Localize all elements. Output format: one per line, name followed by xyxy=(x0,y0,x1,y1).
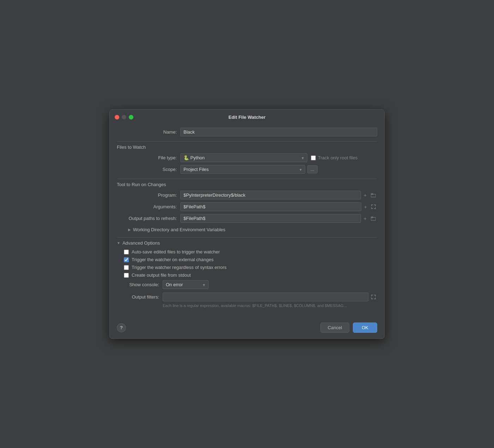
output-filters-expand-button[interactable] xyxy=(370,294,377,300)
name-label: Name: xyxy=(117,129,180,135)
name-row: Name: xyxy=(117,128,377,136)
maximize-button[interactable] xyxy=(129,115,133,119)
working-dir-arrow-icon: ▶ xyxy=(128,228,131,232)
trigger-syntax-label: Trigger the watcher regardless of syntax… xyxy=(132,265,227,270)
cancel-button[interactable]: Cancel xyxy=(320,323,349,333)
program-row: Program: + xyxy=(117,191,377,200)
advanced-options-section: ▼ Advanced Options Auto-save edited file… xyxy=(117,237,377,308)
files-to-watch-header: Files to Watch xyxy=(117,141,377,150)
advanced-options-arrow-icon: ▼ xyxy=(117,241,120,245)
arguments-expand-button[interactable] xyxy=(370,204,377,210)
trigger-external-checkbox[interactable] xyxy=(124,257,129,262)
tool-to-run-section: Tool to Run on Changes Program: + xyxy=(117,179,377,234)
output-paths-add-button[interactable]: + xyxy=(362,215,368,222)
track-root-wrapper: Track only root files xyxy=(311,155,357,160)
auto-save-checkbox[interactable] xyxy=(124,250,129,254)
file-type-select-wrapper: 🐍 Python ▼ xyxy=(180,153,307,162)
scope-row: Scope: Project Files ▼ ... xyxy=(117,165,377,174)
file-type-select[interactable]: 🐍 Python xyxy=(180,153,307,162)
output-paths-input-wrapper: + xyxy=(180,214,377,223)
scope-browse-button[interactable]: ... xyxy=(307,165,318,173)
output-filters-input[interactable] xyxy=(163,293,368,301)
ok-button[interactable]: OK xyxy=(353,323,377,333)
dialog-body: Name: Files to Watch File type: 🐍 Python… xyxy=(110,123,384,319)
show-console-select-wrapper: On error Always Never ▼ xyxy=(163,280,209,289)
show-console-row: Show console: On error Always Never ▼ xyxy=(117,280,377,289)
file-type-row: File type: 🐍 Python ▼ Track only root fi… xyxy=(117,153,377,162)
dialog-title: Edit File Watcher xyxy=(115,115,379,120)
output-filters-input-wrapper xyxy=(163,293,377,301)
trigger-syntax-checkbox[interactable] xyxy=(124,265,129,270)
title-bar: Edit File Watcher xyxy=(110,110,384,123)
track-root-checkbox[interactable] xyxy=(311,155,316,160)
output-paths-browse-button[interactable] xyxy=(369,216,377,221)
name-input[interactable] xyxy=(180,128,377,136)
file-type-right: 🐍 Python ▼ Track only root files xyxy=(180,153,377,162)
output-filters-hint: Each line is a regular expression, avail… xyxy=(163,303,377,308)
close-button[interactable] xyxy=(115,115,119,119)
output-filters-label: Output filters: xyxy=(117,294,163,300)
create-output-row: Create output file from stdout xyxy=(124,272,377,278)
create-output-checkbox[interactable] xyxy=(124,273,129,278)
show-console-select[interactable]: On error Always Never xyxy=(163,280,209,289)
program-add-button[interactable]: + xyxy=(362,192,368,199)
advanced-options-label: Advanced Options xyxy=(122,240,160,246)
auto-save-label: Auto-save edited files to trigger the wa… xyxy=(132,249,220,254)
dialog-footer: ? Cancel OK xyxy=(110,319,384,338)
show-console-label: Show console: xyxy=(117,282,163,287)
help-button[interactable]: ? xyxy=(117,323,126,332)
program-label: Program: xyxy=(117,192,180,198)
scope-right: Project Files ▼ ... xyxy=(180,165,377,174)
program-input-wrapper: + xyxy=(180,191,377,200)
edit-file-watcher-dialog: Edit File Watcher Name: Files to Watch F… xyxy=(109,109,385,339)
auto-save-row: Auto-save edited files to trigger the wa… xyxy=(124,249,377,254)
output-paths-input[interactable] xyxy=(180,214,361,223)
arguments-label: Arguments: xyxy=(117,204,180,209)
arguments-row: Arguments: + xyxy=(117,202,377,211)
program-browse-button[interactable] xyxy=(369,192,377,198)
output-paths-label: Output paths to refresh: xyxy=(117,216,180,221)
create-output-label: Create output file from stdout xyxy=(132,272,191,278)
tool-section-header: Tool to Run on Changes xyxy=(117,179,377,187)
arguments-input-wrapper: + xyxy=(180,202,377,211)
arguments-input[interactable] xyxy=(180,202,361,211)
track-root-label: Track only root files xyxy=(318,155,357,160)
files-to-watch-section: Files to Watch File type: 🐍 Python ▼ Tra… xyxy=(117,141,377,174)
scope-label: Scope: xyxy=(117,167,180,172)
arguments-add-button[interactable]: + xyxy=(363,203,368,210)
scope-select-wrapper: Project Files ▼ xyxy=(180,165,305,174)
working-dir-collapse[interactable]: ▶ Working Directory and Environment Vari… xyxy=(128,226,377,234)
file-type-label: File type: xyxy=(117,155,180,160)
traffic-lights xyxy=(115,115,133,119)
trigger-syntax-row: Trigger the watcher regardless of syntax… xyxy=(124,265,377,270)
trigger-external-row: Trigger the watcher on external changes xyxy=(124,257,377,262)
scope-select[interactable]: Project Files xyxy=(180,165,305,174)
advanced-options-header[interactable]: ▼ Advanced Options xyxy=(117,240,377,246)
trigger-external-label: Trigger the watcher on external changes xyxy=(132,257,213,262)
output-paths-row: Output paths to refresh: + xyxy=(117,214,377,223)
footer-buttons: Cancel OK xyxy=(320,323,377,333)
working-dir-label: Working Directory and Environment Variab… xyxy=(133,227,225,232)
output-filters-row: Output filters: xyxy=(117,293,377,301)
minimize-button[interactable] xyxy=(122,115,126,119)
program-input[interactable] xyxy=(180,191,361,200)
